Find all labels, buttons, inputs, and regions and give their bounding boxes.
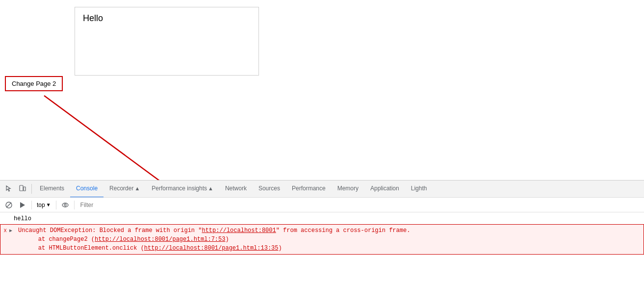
tab-performance-insights[interactable]: Performance insights ▲ xyxy=(146,181,219,198)
console-filter-input[interactable] xyxy=(77,201,641,209)
tab-memory[interactable]: Memory xyxy=(332,181,364,198)
error-stack-link-1[interactable]: http://localhost:8001/page1.html:7:53 xyxy=(95,236,225,243)
tab-recorder[interactable]: Recorder ▲ xyxy=(103,181,146,198)
hello-box: Hello xyxy=(75,7,259,76)
svg-point-7 xyxy=(62,203,68,207)
svg-marker-6 xyxy=(20,202,25,208)
svg-line-1 xyxy=(44,96,240,181)
frame-selector[interactable]: top ▼ xyxy=(35,201,53,209)
svg-rect-2 xyxy=(20,185,23,191)
clear-console-button[interactable] xyxy=(3,199,15,211)
tab-sources[interactable]: Sources xyxy=(253,181,286,198)
error-stack-line-1: at changePage2 (http://localhost:8001/pa… xyxy=(18,235,410,244)
error-stack-line-2: at HTMLButtonElement.onclick (http://loc… xyxy=(18,244,410,253)
tab-network[interactable]: Network xyxy=(219,181,253,198)
console-toolbar: top ▼ xyxy=(0,198,644,212)
frame-selector-arrow: ▼ xyxy=(46,202,51,207)
console-separator-2 xyxy=(56,201,56,209)
perf-insights-badge: ▲ xyxy=(208,185,213,191)
tab-application[interactable]: Application xyxy=(364,181,405,198)
recorder-badge: ▲ xyxy=(134,185,140,191)
console-error-domexception: ☓ ▶ Uncaught DOMException: Blocked a fra… xyxy=(0,224,644,255)
tab-separator-1 xyxy=(31,184,32,194)
console-output: hello ☓ ▶ Uncaught DOMException: Blocked… xyxy=(0,212,644,284)
error-main-text: Uncaught DOMException: Blocked a frame w… xyxy=(18,226,410,235)
tab-elements[interactable]: Elements xyxy=(34,181,70,198)
tab-console[interactable]: Console xyxy=(70,181,103,198)
error-stack-link-2[interactable]: http://localhost:8001/page1.html:13:35 xyxy=(144,245,279,252)
error-link-origin[interactable]: http://localhost:8001 xyxy=(202,227,276,234)
error-expand-icon[interactable]: ▶ xyxy=(9,228,12,233)
console-separator-3 xyxy=(74,201,75,209)
device-toolbar-icon[interactable] xyxy=(16,182,29,196)
show-issues-count-button[interactable] xyxy=(59,199,71,211)
execute-script-button[interactable] xyxy=(17,199,28,211)
error-content: Uncaught DOMException: Blocked a frame w… xyxy=(18,226,410,253)
console-log-hello: hello xyxy=(0,214,644,224)
svg-line-5 xyxy=(6,203,11,207)
tab-lighthouse[interactable]: Lighth xyxy=(405,181,433,198)
svg-point-8 xyxy=(64,204,66,206)
tab-performance[interactable]: Performance xyxy=(286,181,332,198)
console-separator-1 xyxy=(31,201,32,209)
error-icon: ☓ xyxy=(3,227,7,234)
browser-content: Hello Change Page 2 xyxy=(0,0,644,181)
hello-text: Hello xyxy=(83,13,103,24)
svg-rect-3 xyxy=(24,187,26,191)
devtools-panel: Elements Console Recorder ▲ Performance … xyxy=(0,180,644,284)
devtools-tabs-bar: Elements Console Recorder ▲ Performance … xyxy=(0,181,644,198)
inspect-element-icon[interactable] xyxy=(2,182,16,196)
change-page-button[interactable]: Change Page 2 xyxy=(5,76,63,91)
